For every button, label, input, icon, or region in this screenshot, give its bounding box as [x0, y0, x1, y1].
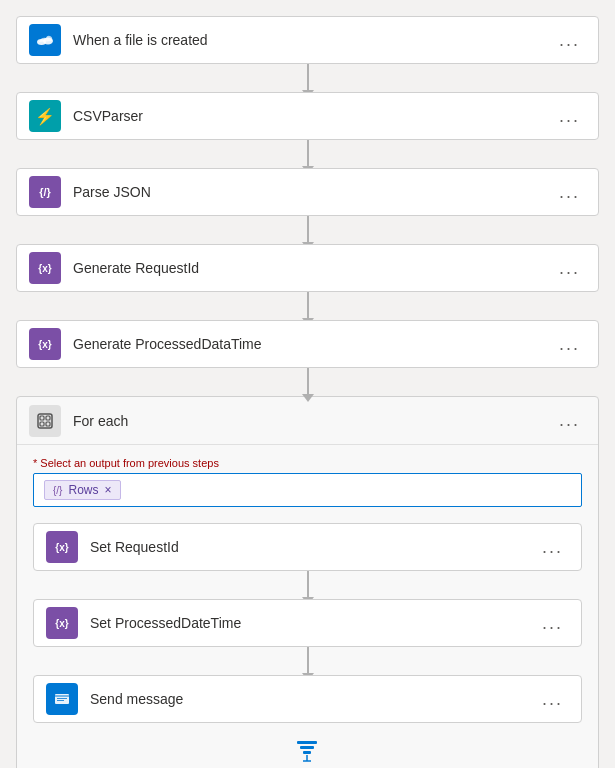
connector: [307, 140, 309, 168]
svg-rect-4: [46, 416, 50, 420]
svg-rect-12: [300, 746, 314, 749]
step-more-menu[interactable]: ...: [536, 533, 569, 562]
generate-icon: {x}: [29, 328, 61, 360]
svg-rect-5: [40, 422, 44, 426]
rows-tag: {/} Rows ×: [44, 480, 121, 500]
set-icon: {x}: [46, 607, 78, 639]
step-label: Generate ProcessedDataTime: [73, 336, 553, 352]
add-action-icon: [289, 731, 325, 767]
svg-rect-13: [303, 751, 311, 754]
step-label: Send message: [90, 691, 536, 707]
rows-tag-icon: {/}: [53, 485, 62, 496]
svg-rect-6: [46, 422, 50, 426]
for-each-container: For each ... * Select an output from pre…: [16, 396, 599, 768]
connector: [307, 571, 309, 599]
connector: [307, 64, 309, 92]
step-label: Set ProcessedDateTime: [90, 615, 536, 631]
add-action-button[interactable]: Add an action: [268, 731, 348, 768]
step-label: Parse JSON: [73, 184, 553, 200]
step-label: When a file is created: [73, 32, 553, 48]
step-more-menu[interactable]: ...: [536, 685, 569, 714]
step-when-file-created[interactable]: When a file is created ...: [16, 16, 599, 64]
connector: [307, 647, 309, 675]
rows-tag-label: Rows: [68, 483, 98, 497]
for-each-more-menu[interactable]: ...: [553, 406, 586, 435]
step-set-requestid[interactable]: {x} Set RequestId ...: [33, 523, 582, 571]
step-more-menu[interactable]: ...: [553, 26, 586, 55]
inner-flow: {x} Set RequestId ... {x} Set ProcessedD…: [33, 523, 582, 768]
generate-icon: {x}: [29, 252, 61, 284]
select-output-box[interactable]: {/} Rows ×: [33, 473, 582, 507]
step-parse-json[interactable]: {/} Parse JSON ...: [16, 168, 599, 216]
step-more-menu[interactable]: ...: [553, 102, 586, 131]
step-label: Set RequestId: [90, 539, 536, 555]
for-each-header[interactable]: For each ...: [17, 397, 598, 445]
rows-tag-close[interactable]: ×: [104, 483, 111, 497]
sendmessage-icon: [46, 683, 78, 715]
csvparser-icon: ⚡: [29, 100, 61, 132]
flow-canvas: When a file is created ... ⚡ CSVParser .…: [16, 16, 599, 768]
step-generate-processeddatetime[interactable]: {x} Generate ProcessedDataTime ...: [16, 320, 599, 368]
step-more-menu[interactable]: ...: [536, 609, 569, 638]
for-each-label: For each: [73, 413, 553, 429]
svg-rect-11: [297, 741, 317, 744]
svg-rect-3: [40, 416, 44, 420]
onedrive-icon: [29, 24, 61, 56]
step-generate-requestid[interactable]: {x} Generate RequestId ...: [16, 244, 599, 292]
step-label: CSVParser: [73, 108, 553, 124]
set-icon: {x}: [46, 531, 78, 563]
foreach-icon: [29, 405, 61, 437]
step-send-message[interactable]: Send message ...: [33, 675, 582, 723]
connector: [307, 368, 309, 396]
step-more-menu[interactable]: ...: [553, 330, 586, 359]
step-set-processeddatetime[interactable]: {x} Set ProcessedDateTime ...: [33, 599, 582, 647]
connector: [307, 292, 309, 320]
step-more-menu[interactable]: ...: [553, 254, 586, 283]
for-each-body: * Select an output from previous steps {…: [17, 445, 598, 768]
step-csvparser[interactable]: ⚡ CSVParser ...: [16, 92, 599, 140]
step-label: Generate RequestId: [73, 260, 553, 276]
connector: [307, 216, 309, 244]
select-output-label: * Select an output from previous steps: [33, 457, 219, 469]
parsejson-icon: {/}: [29, 176, 61, 208]
step-more-menu[interactable]: ...: [553, 178, 586, 207]
